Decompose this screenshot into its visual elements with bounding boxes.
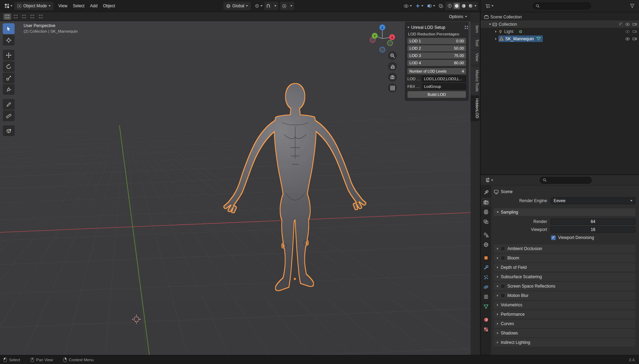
section-motion-blur[interactable]: Motion Blur [494, 291, 636, 300]
outliner-filter-button[interactable] [628, 2, 636, 10]
overlays-dropdown[interactable] [425, 2, 437, 10]
zoom-button[interactable] [388, 51, 397, 60]
hide-eye-icon[interactable] [625, 37, 630, 41]
tab-material-properties[interactable] [481, 315, 490, 324]
tab-physics-properties[interactable] [481, 283, 490, 291]
expand-icon[interactable] [489, 24, 491, 25]
ssr-checkbox[interactable] [501, 284, 505, 288]
section-screen-space-reflections[interactable]: Screen Space Reflections [494, 282, 636, 290]
shading-material-button[interactable] [460, 3, 467, 9]
section-ambient-occlusion[interactable]: Ambient Occlusion [494, 245, 636, 253]
select-mode-subtract-button[interactable] [20, 14, 28, 20]
ortho-toggle-button[interactable] [388, 83, 397, 92]
proportional-falloff-dropdown[interactable] [288, 2, 294, 10]
tab-world-properties[interactable] [481, 240, 490, 249]
section-indirect-lighting[interactable]: Indirect Lighting [494, 338, 636, 347]
disable-render-camera-icon[interactable] [632, 22, 637, 26]
lod-levels-field[interactable]: Number of LOD Levels 4 [407, 68, 466, 74]
bloom-checkbox[interactable] [501, 256, 505, 260]
lod2-slider[interactable]: LOD 2 50.00 [407, 45, 466, 51]
fbx-input[interactable]: LodGroup [422, 83, 466, 90]
mannequin-object[interactable] [224, 84, 366, 290]
section-performance[interactable]: Performance [494, 310, 636, 318]
outliner-row-sk-mannequin[interactable]: SK_Mannequin [481, 35, 639, 42]
tab-view-layer-properties[interactable] [481, 217, 490, 226]
section-bloom[interactable]: Bloom [494, 254, 636, 262]
build-lod-button[interactable]: Build LOD [407, 91, 466, 98]
xray-toggle[interactable] [437, 2, 445, 10]
section-curves[interactable]: Curves [494, 320, 636, 328]
lod1-slider[interactable]: LOD 1 0.00 [407, 38, 466, 44]
section-volumetrics[interactable]: Volumetrics [494, 301, 636, 309]
transform-orientation-dropdown[interactable]: Global [223, 2, 251, 10]
pan-hand-button[interactable] [388, 62, 397, 71]
sampling-panel-header[interactable]: Sampling [494, 208, 636, 216]
shading-wireframe-button[interactable] [447, 3, 453, 9]
section-shadows[interactable]: Shadows [494, 329, 636, 337]
hide-eye-icon[interactable] [625, 30, 630, 33]
show-gizmo-dropdown[interactable] [414, 2, 425, 10]
sidebar-tab-view[interactable]: View [471, 50, 479, 64]
shading-rendered-button[interactable] [467, 3, 474, 9]
menu-add[interactable]: Add [87, 2, 100, 10]
tab-particle-properties[interactable] [481, 273, 490, 281]
cursor-tool[interactable] [3, 35, 15, 46]
move-tool[interactable] [3, 50, 15, 60]
visibility-dropdown[interactable] [402, 2, 414, 10]
tab-texture-properties[interactable] [481, 325, 490, 333]
menu-select[interactable]: Select [70, 2, 87, 10]
outliner-editor-type-button[interactable] [484, 2, 495, 10]
select-box-tool[interactable] [3, 23, 15, 34]
annotate-tool[interactable] [3, 99, 15, 110]
scale-tool[interactable] [3, 73, 15, 83]
render-engine-dropdown[interactable]: Eevee [550, 197, 636, 204]
selected-object-highlight[interactable]: SK_Mannequin [498, 35, 543, 42]
expand-icon[interactable] [495, 38, 497, 40]
menu-view[interactable]: View [56, 2, 70, 10]
viewport-denoising-checkbox[interactable] [551, 235, 556, 240]
gizmo-axis-y-neg[interactable] [388, 41, 393, 46]
sidebar-tab-tool[interactable]: Tool [471, 36, 479, 49]
tab-render-properties[interactable] [481, 198, 490, 206]
snap-toggle[interactable] [264, 2, 272, 10]
outliner-row-collection[interactable]: Collection [481, 20, 639, 28]
camera-view-button[interactable] [388, 73, 397, 82]
panel-drag-handle-icon[interactable] [465, 26, 466, 27]
mode-selector[interactable]: Object Mode [14, 2, 53, 10]
sampling-render-field[interactable]: 64 [550, 218, 636, 225]
transform-tool[interactable] [3, 84, 15, 95]
pivot-point-dropdown[interactable] [253, 2, 264, 10]
proportional-edit-toggle[interactable] [280, 2, 288, 10]
snap-options-dropdown[interactable] [272, 2, 278, 10]
collection-checkbox[interactable] [619, 22, 623, 26]
tool-options-dropdown[interactable]: Options [449, 14, 467, 19]
sidebar-tab-item[interactable]: Item [471, 23, 479, 35]
outliner-row-light[interactable]: Light [481, 28, 639, 35]
lod-panel-header[interactable]: Unreal LOD Setup [407, 24, 466, 31]
section-depth-of-field[interactable]: Depth of Field [494, 263, 636, 272]
sampling-viewport-field[interactable]: 16 [550, 226, 636, 233]
tab-modifier-properties[interactable] [481, 263, 490, 272]
navigation-gizmo[interactable]: Z Y X [367, 23, 398, 54]
measure-tool[interactable] [3, 110, 15, 121]
select-mode-new-button[interactable] [3, 14, 11, 20]
section-subsurface-scattering[interactable]: Subsurface Scattering [494, 273, 636, 281]
sidebar-tab-hiddenlod[interactable]: HiddenLOD [471, 96, 479, 121]
breadcrumb-scene-label[interactable]: Scene [501, 189, 513, 194]
outliner-search[interactable] [533, 2, 591, 9]
select-mode-extend-button[interactable] [12, 14, 19, 20]
tab-object-data-properties[interactable] [481, 302, 490, 311]
properties-search[interactable] [540, 177, 592, 184]
tab-constraint-properties[interactable] [481, 292, 490, 301]
hide-eye-icon[interactable] [625, 23, 630, 26]
ambient-occlusion-checkbox[interactable] [501, 247, 505, 251]
lod-names-input[interactable]: LOD1,LOD2,LOD3,L... [422, 76, 466, 82]
shading-solid-button[interactable] [454, 3, 460, 9]
select-mode-invert-button[interactable] [28, 14, 36, 20]
tab-scene-properties[interactable] [481, 231, 490, 239]
outliner-row-scene-collection[interactable]: Scene Collection [481, 13, 639, 20]
rotate-tool[interactable] [3, 61, 15, 72]
disable-render-camera-icon[interactable] [632, 37, 637, 41]
tab-output-properties[interactable] [481, 208, 490, 216]
sidebar-tab-maxivz-tools[interactable]: Maxivz Tools [471, 67, 479, 94]
